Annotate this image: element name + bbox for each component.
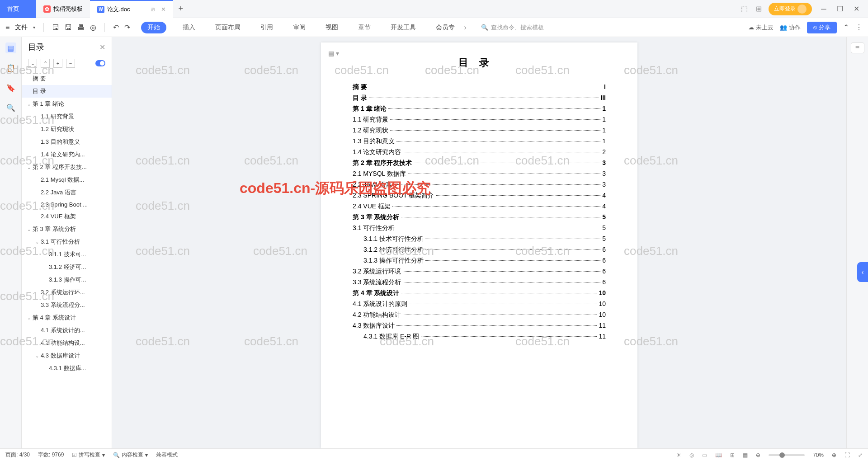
toc-entry[interactable]: 4.3.1 数据库 E-R 图11 — [353, 333, 606, 341]
outline-item[interactable]: 3.3 系统流程分... — [22, 299, 112, 311]
outline-toggle[interactable] — [95, 60, 105, 66]
toc-entry[interactable]: 3.1.2 经济可行性分析6 — [353, 246, 606, 254]
toc-entry[interactable]: 1.2 研究现状1 — [353, 127, 606, 135]
outline-item[interactable]: 3.2 系统运行环... — [22, 286, 112, 299]
status-fit-icon[interactable]: ⛶ — [844, 452, 850, 458]
toc-entry[interactable]: 2.3 SPRING BOOT 框架简介4 — [353, 192, 606, 200]
outline-item[interactable]: 3.1.2 经济可... — [22, 261, 112, 273]
remove-heading-icon[interactable]: − — [66, 59, 75, 68]
ribbon-tab-1[interactable]: 插入 — [179, 22, 199, 33]
collapse-all-icon[interactable]: ⌄ — [28, 59, 37, 68]
status-print-layout-icon[interactable]: ▦ — [743, 452, 748, 458]
preview-icon[interactable]: ◎ — [90, 23, 96, 32]
status-fullscreen-icon[interactable]: ⤢ — [858, 452, 863, 458]
status-words[interactable]: 字数: 9769 — [38, 451, 64, 459]
ribbon-tab-6[interactable]: 章节 — [354, 22, 374, 33]
status-page[interactable]: 页面: 4/30 — [5, 451, 30, 459]
toc-entry[interactable]: 2.2 JAVA 语言3 — [353, 181, 606, 189]
outline-item[interactable]: ⌄3.1 可行性分析 — [22, 235, 112, 248]
outline-item[interactable]: ⌄第 1 章 绪论 — [22, 98, 112, 110]
outline-item[interactable]: 1.1 研究背景 — [22, 110, 112, 123]
layout-icon[interactable]: ⬚ — [740, 5, 749, 14]
status-content[interactable]: 🔍内容检查 ▾ — [113, 451, 148, 459]
outline-item[interactable]: 1.4 论文研究内... — [22, 148, 112, 161]
outline-item[interactable]: ⌄4.3 数据库设计 — [22, 349, 112, 362]
zoom-slider[interactable] — [769, 454, 805, 456]
status-web-icon[interactable]: ⊞ — [730, 452, 735, 458]
outline-item[interactable]: 2.4 VUE 框架 — [22, 210, 112, 223]
toc-entry[interactable]: 4.2 功能结构设计10 — [353, 311, 606, 319]
ribbon-tab-0[interactable]: 开始 — [141, 22, 166, 33]
status-focus-icon[interactable]: ◎ — [689, 452, 694, 458]
outline-item[interactable]: 4.3.1 数据库... — [22, 362, 112, 375]
print-icon[interactable]: 🖶 — [77, 24, 85, 32]
status-brightness-icon[interactable]: ☀ — [676, 452, 681, 458]
close-window-button[interactable]: ✕ — [850, 3, 863, 15]
close-tab-icon[interactable]: ✕ — [161, 6, 166, 13]
page-tools-icon[interactable]: ▤ ▾ — [328, 50, 339, 57]
apps-icon[interactable]: ⊞ — [754, 5, 763, 14]
outline-item[interactable]: ⌄第 2 章 程序开发技... — [22, 161, 112, 174]
ribbon-search[interactable]: 🔍查找命令、搜索模板 — [481, 24, 544, 32]
toc-entry[interactable]: 2.4 VUE 框架4 — [353, 202, 606, 211]
outline-item[interactable]: 3.1.3 操作可... — [22, 273, 112, 286]
bookmark-rail-icon[interactable]: 🔖 — [5, 82, 16, 93]
toc-entry[interactable]: 第 3 章 系统分析5 — [353, 213, 606, 221]
search-rail-icon[interactable]: 🔍 — [5, 102, 16, 113]
toc-entry[interactable]: 3.1 可行性分析5 — [353, 224, 606, 232]
toc-entry[interactable]: 4.3 数据库设计11 — [353, 322, 606, 330]
cloud-status[interactable]: ☁未上云 — [748, 24, 774, 32]
toc-entry[interactable]: 4.1 系统设计的原则10 — [353, 300, 606, 308]
toc-entry[interactable]: 1.4 论文研究内容2 — [353, 148, 606, 156]
ribbon-tab-8[interactable]: 会员专 — [432, 22, 458, 33]
toc-entry[interactable]: 2.1 MYSQL 数据库3 — [353, 170, 606, 178]
outline-item[interactable]: 1.3 目的和意义 — [22, 136, 112, 148]
outline-close-icon[interactable]: ✕ — [99, 43, 105, 52]
redo-icon[interactable]: ↷ — [124, 23, 130, 32]
toc-entry[interactable]: 第 2 章 程序开发技术3 — [353, 159, 606, 167]
toc-entry[interactable]: 3.1.1 技术可行性分析5 — [353, 235, 606, 243]
toc-entry[interactable]: 3.3 系统流程分析6 — [353, 278, 606, 287]
status-book-icon[interactable]: 📖 — [715, 452, 722, 458]
file-button[interactable]: 文件 — [15, 24, 28, 32]
toc-entry[interactable]: 目 录III — [353, 94, 606, 102]
right-panel-toggle-icon[interactable]: ≡ — [851, 42, 864, 53]
side-feedback-tab[interactable]: ‹ — [857, 262, 868, 282]
outline-item[interactable]: 3.1.1 技术可... — [22, 248, 112, 261]
toc-entry[interactable]: 1.1 研究背景1 — [353, 116, 606, 124]
outline-item[interactable]: 1.2 研究现状 — [22, 123, 112, 136]
login-button[interactable]: 立即登录 — [769, 3, 812, 15]
minimize-button[interactable]: ─ — [817, 3, 830, 15]
add-heading-icon[interactable]: + — [53, 59, 62, 68]
ribbon-tab-3[interactable]: 引用 — [257, 22, 277, 33]
outline-item[interactable]: 2.2 Java 语言 — [22, 186, 112, 199]
status-spell[interactable]: ☑拼写检查 ▾ — [72, 451, 105, 459]
ribbon-tab-4[interactable]: 审阅 — [289, 22, 309, 33]
document-area[interactable]: ▤ ▾ 目录 摘 要I目 录III第 1 章 绪论11.1 研究背景11.2 研… — [112, 37, 846, 448]
zoom-out-button[interactable]: ⊖ — [756, 452, 760, 458]
ribbon-tab-5[interactable]: 视图 — [322, 22, 342, 33]
save-icon[interactable]: 🖫 — [52, 24, 59, 32]
outline-item[interactable]: ⌄第 3 章 系统分析 — [22, 223, 112, 235]
undo-icon[interactable]: ↶ — [113, 23, 119, 32]
outline-item[interactable]: 4.1 系统设计的... — [22, 324, 112, 337]
ribbon-tab-2[interactable]: 页面布局 — [212, 22, 244, 33]
outline-item[interactable]: 2.3 Spring Boot ... — [22, 199, 112, 210]
menu-icon[interactable]: ≡ — [5, 24, 9, 32]
toc-entry[interactable]: 第 4 章 系统设计10 — [353, 289, 606, 297]
ribbon-more-icon[interactable]: › — [460, 24, 470, 32]
outline-item[interactable]: 摘 要 — [22, 72, 112, 85]
outline-item[interactable]: 2.1 Mysql 数据... — [22, 174, 112, 186]
tab-home[interactable]: 首页 — [0, 0, 36, 18]
zoom-in-button[interactable]: ⊕ — [832, 452, 836, 458]
clipboard-rail-icon[interactable]: 📋 — [5, 62, 16, 73]
toc-entry[interactable]: 第 1 章 绪论1 — [353, 105, 606, 113]
save-as-icon[interactable]: 🖫 — [65, 24, 72, 32]
toc-entry[interactable]: 1.3 目的和意义1 — [353, 137, 606, 146]
coop-button[interactable]: 👥协作 — [780, 24, 801, 32]
expand-all-icon[interactable]: ⌃ — [41, 59, 50, 68]
toc-entry[interactable]: 3.2 系统运行环境6 — [353, 268, 606, 276]
status-read-icon[interactable]: ▭ — [702, 452, 707, 458]
present-icon[interactable]: ⎚ — [151, 6, 155, 13]
add-tab-button[interactable]: + — [173, 4, 189, 14]
